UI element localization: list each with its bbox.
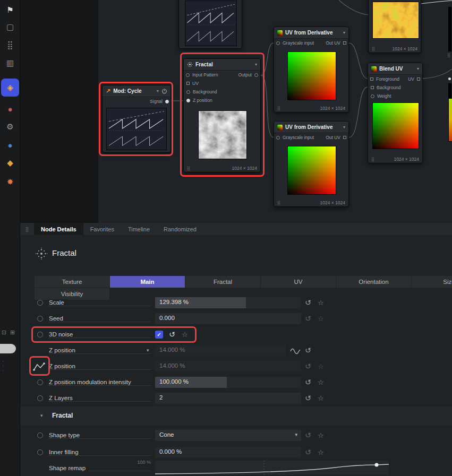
- mod-cycle-node[interactable]: ↗ Mod: Cycle ▾ Signal: [102, 85, 171, 153]
- signal-output-port[interactable]: [165, 100, 169, 103]
- reset-icon[interactable]: ↺: [305, 362, 311, 370]
- drag-handle-icon[interactable]: ⣿: [372, 47, 375, 51]
- tab-orientation[interactable]: Orientation: [336, 276, 411, 288]
- param-toggle-icon[interactable]: [37, 332, 43, 337]
- signal-curve-icon[interactable]: [290, 348, 301, 354]
- z-position-port[interactable]: [186, 99, 190, 102]
- out-uv-port[interactable]: [343, 41, 346, 45]
- collapsed-panel-handle[interactable]: [0, 344, 16, 353]
- scale-slider[interactable]: 129.398 %: [155, 297, 301, 308]
- tab-randomized[interactable]: Randomized: [157, 223, 203, 235]
- grayscale-input-port[interactable]: [276, 41, 280, 45]
- colored-noise-node[interactable]: ⣿ 1024 × 1024: [368, 0, 421, 53]
- chevron-down-icon[interactable]: ▾: [157, 89, 159, 93]
- power-icon[interactable]: [161, 88, 167, 94]
- reset-icon[interactable]: ↺: [305, 378, 311, 386]
- burst-tool-icon[interactable]: ✸: [0, 174, 20, 190]
- drag-handle-icon[interactable]: ⣿: [277, 106, 280, 111]
- reset-icon[interactable]: ↺: [305, 346, 311, 354]
- rows-icon[interactable]: ▥: [0, 55, 20, 71]
- seed-field[interactable]: 0.000: [155, 313, 301, 324]
- dock-icon[interactable]: ⊡: [2, 329, 6, 336]
- z-position-field-disabled[interactable]: 14.000 %: [155, 345, 286, 356]
- tab-texture[interactable]: Texture: [35, 276, 109, 288]
- reset-icon[interactable]: ↺: [305, 298, 311, 307]
- z-position-field-disabled[interactable]: 14.000 %: [155, 361, 301, 372]
- modulation-signal-icon[interactable]: [33, 362, 46, 371]
- param-toggle-icon[interactable]: [37, 395, 43, 401]
- uv-port[interactable]: [186, 82, 190, 85]
- mod-cycle-header[interactable]: ↗ Mod: Cycle ▾: [103, 85, 170, 97]
- z-mod-intensity-slider[interactable]: 100.000 %: [155, 377, 301, 388]
- grayscale-input-port[interactable]: [276, 136, 280, 140]
- fractal-header[interactable]: Fractal ▾: [184, 59, 260, 71]
- param-toggle-icon[interactable]: [37, 316, 43, 322]
- waveform-node[interactable]: [178, 0, 242, 49]
- 3d-noise-checkbox[interactable]: ✓: [155, 331, 163, 339]
- input-pattern-port[interactable]: [186, 73, 190, 77]
- reset-icon[interactable]: ↺: [169, 330, 175, 339]
- diamond-tool-icon[interactable]: ◆: [0, 155, 20, 171]
- inner-filling-slider[interactable]: 0.000 %: [155, 447, 301, 458]
- tab-favorites[interactable]: Favorites: [83, 223, 121, 235]
- z-layers-field[interactable]: 2: [155, 393, 301, 404]
- star-icon[interactable]: ☆: [318, 431, 324, 439]
- star-icon[interactable]: ☆: [318, 362, 324, 370]
- panel-drag-handle-icon[interactable]: ⣿: [20, 227, 34, 232]
- panel-icon[interactable]: ▢: [0, 19, 20, 35]
- tab-uv[interactable]: UV: [261, 276, 336, 288]
- background-port[interactable]: [186, 90, 190, 94]
- active-tool-icon[interactable]: ◈: [1, 79, 19, 97]
- expand-icon[interactable]: ⊞: [10, 329, 15, 336]
- tab-main[interactable]: Main: [110, 276, 185, 288]
- star-icon[interactable]: ☆: [318, 378, 324, 386]
- reset-icon[interactable]: ↺: [305, 448, 311, 456]
- gear-icon[interactable]: ⚙: [0, 119, 20, 135]
- weight-port[interactable]: [371, 94, 374, 98]
- mod-cycle-thumbnail[interactable]: [106, 108, 167, 150]
- chevron-down-icon[interactable]: ▾: [343, 30, 345, 35]
- drag-handle-icon[interactable]: ⣿: [371, 157, 374, 162]
- drag-handle-icon[interactable]: ⣿: [277, 201, 280, 205]
- grid-icon[interactable]: ⣿: [0, 37, 20, 53]
- reset-icon[interactable]: ↺: [305, 431, 311, 439]
- uv-derivative-node-1[interactable]: UV from Derivative ▾ Grayscale input Out…: [274, 27, 349, 112]
- blend-uv-header[interactable]: Blend UV ▾: [368, 63, 422, 75]
- star-icon[interactable]: ☆: [318, 394, 324, 402]
- param-toggle-icon[interactable]: [37, 379, 43, 385]
- blend-uv-thumbnail[interactable]: [372, 102, 419, 149]
- node-graph-canvas[interactable]: ↗ Mod: Cycle ▾ Signal: [20, 0, 452, 223]
- reset-icon[interactable]: ↺: [305, 314, 311, 323]
- tab-fractal[interactable]: Fractal: [185, 276, 260, 288]
- uv-derivative-header[interactable]: UV from Derivative ▾: [274, 27, 348, 39]
- chevron-down-icon[interactable]: ▾: [343, 125, 345, 129]
- uv-gradient-thumbnail[interactable]: [287, 146, 336, 195]
- uv-derivative-header[interactable]: UV from Derivative ▾: [274, 122, 348, 133]
- flag-icon[interactable]: ⚑: [0, 2, 20, 18]
- star-icon[interactable]: ☆: [182, 331, 188, 339]
- paint-tool-icon[interactable]: ●: [0, 101, 20, 117]
- waveform-thumbnail[interactable]: [185, 1, 237, 46]
- section-header-fractal[interactable]: ▾ Fractal: [20, 406, 452, 426]
- out-uv-port[interactable]: [343, 136, 346, 139]
- blend-uv-node[interactable]: Blend UV ▾ Foreground UV Background Weig…: [368, 63, 423, 163]
- param-toggle-icon[interactable]: [37, 449, 43, 455]
- tab-node-details[interactable]: Node Details: [34, 223, 83, 235]
- fractal-thumbnail[interactable]: [198, 110, 247, 159]
- uv-derivative-node-2[interactable]: UV from Derivative ▾ Grayscale input Out…: [274, 121, 349, 207]
- foreground-port[interactable]: [370, 77, 373, 81]
- tab-timeline[interactable]: Timeline: [121, 223, 157, 235]
- fractal-node[interactable]: Fractal ▾ Input Pattern Output UV Backgr…: [183, 58, 261, 172]
- uv-output-port[interactable]: [417, 77, 420, 81]
- output-port[interactable]: [254, 73, 258, 77]
- drag-handle-icon[interactable]: ⣿: [187, 166, 190, 171]
- colored-noise-thumbnail[interactable]: [372, 2, 419, 39]
- shape-remap-curve-editor[interactable]: [155, 461, 389, 475]
- star-icon[interactable]: ☆: [318, 315, 324, 323]
- shape-type-dropdown[interactable]: Cone ▾: [155, 430, 301, 441]
- star-icon[interactable]: ☆: [318, 299, 324, 307]
- chevron-down-icon[interactable]: ▾: [255, 62, 257, 67]
- uv-gradient-thumbnail[interactable]: [287, 51, 336, 100]
- collapse-triangle-icon[interactable]: ▾: [40, 413, 43, 418]
- reset-icon[interactable]: ↺: [305, 394, 311, 402]
